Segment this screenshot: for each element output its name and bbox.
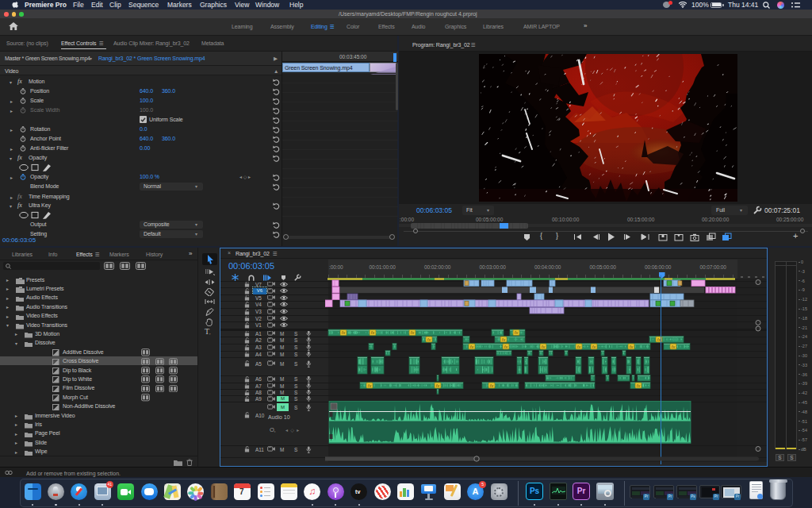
svg-text:fx: fx xyxy=(504,344,508,349)
svg-text:fx: fx xyxy=(470,344,474,349)
svg-text:fx: fx xyxy=(371,330,375,335)
svg-text:fx: fx xyxy=(592,344,596,349)
svg-text:fx: fx xyxy=(490,383,494,388)
svg-text:fx: fx xyxy=(577,344,581,349)
svg-text:fx: fx xyxy=(672,344,676,349)
svg-text:fx: fx xyxy=(411,330,415,335)
svg-text:fx: fx xyxy=(515,330,519,335)
svg-text:fx: fx xyxy=(368,383,372,388)
svg-text:fx: fx xyxy=(436,383,440,388)
svg-text:fx: fx xyxy=(637,383,641,388)
svg-text:fx: fx xyxy=(657,337,661,342)
svg-text:fx: fx xyxy=(542,344,546,349)
svg-text:fx: fx xyxy=(502,337,506,342)
svg-text:fx: fx xyxy=(342,330,346,335)
svg-text:fx: fx xyxy=(427,337,431,342)
svg-text:fx: fx xyxy=(630,344,634,349)
